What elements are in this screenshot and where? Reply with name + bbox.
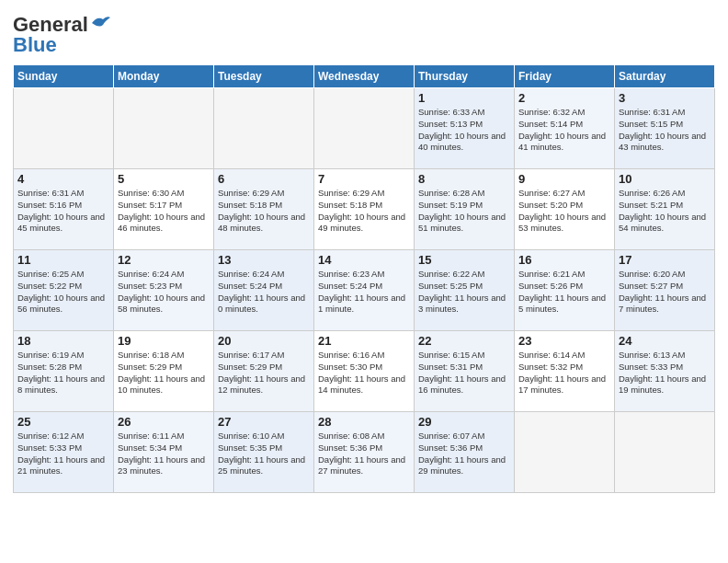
day-info: Sunrise: 6:20 AM Sunset: 5:27 PM Dayligh… [619,269,711,316]
calendar-cell [314,88,415,169]
day-info: Sunrise: 6:10 AM Sunset: 5:35 PM Dayligh… [218,431,310,477]
day-info: Sunrise: 6:25 AM Sunset: 5:22 PM Dayligh… [17,269,109,316]
calendar-cell: 26Sunrise: 6:11 AM Sunset: 5:34 PM Dayli… [114,412,214,493]
day-info: Sunrise: 6:33 AM Sunset: 5:13 PM Dayligh… [418,107,510,154]
day-info: Sunrise: 6:29 AM Sunset: 5:18 PM Dayligh… [318,188,410,235]
day-number: 13 [218,253,310,267]
day-info: Sunrise: 6:19 AM Sunset: 5:28 PM Dayligh… [17,350,109,396]
day-number: 24 [619,334,711,348]
calendar-cell: 8Sunrise: 6:28 AM Sunset: 5:19 PM Daylig… [415,169,515,250]
day-info: Sunrise: 6:08 AM Sunset: 5:36 PM Dayligh… [318,431,410,477]
calendar-cell: 20Sunrise: 6:17 AM Sunset: 5:29 PM Dayli… [214,331,314,412]
calendar-cell: 25Sunrise: 6:12 AM Sunset: 5:33 PM Dayli… [14,412,114,493]
day-info: Sunrise: 6:32 AM Sunset: 5:14 PM Dayligh… [518,107,610,154]
weekday-header-saturday: Saturday [615,65,715,88]
day-info: Sunrise: 6:13 AM Sunset: 5:33 PM Dayligh… [619,350,711,396]
day-number: 18 [17,334,109,348]
day-info: Sunrise: 6:30 AM Sunset: 5:17 PM Dayligh… [118,188,210,235]
logo-blue: Blue [13,33,57,57]
day-info: Sunrise: 6:28 AM Sunset: 5:19 PM Dayligh… [418,188,510,235]
calendar-week-row: 18Sunrise: 6:19 AM Sunset: 5:28 PM Dayli… [14,331,715,412]
day-info: Sunrise: 6:07 AM Sunset: 5:36 PM Dayligh… [418,431,510,477]
calendar-cell: 3Sunrise: 6:31 AM Sunset: 5:15 PM Daylig… [615,88,715,169]
day-number: 6 [218,172,310,186]
day-number: 4 [17,172,109,186]
day-number: 10 [619,172,711,186]
logo-bird-icon [90,14,110,30]
day-info: Sunrise: 6:26 AM Sunset: 5:21 PM Dayligh… [619,188,711,235]
calendar-week-row: 11Sunrise: 6:25 AM Sunset: 5:22 PM Dayli… [14,250,715,331]
calendar-cell [615,412,715,493]
weekday-header-friday: Friday [515,65,615,88]
calendar-week-row: 25Sunrise: 6:12 AM Sunset: 5:33 PM Dayli… [14,412,715,493]
day-number: 12 [118,253,210,267]
day-info: Sunrise: 6:24 AM Sunset: 5:23 PM Dayligh… [118,269,210,316]
day-info: Sunrise: 6:24 AM Sunset: 5:24 PM Dayligh… [218,269,310,316]
day-number: 20 [218,334,310,348]
calendar-cell [214,88,314,169]
calendar-cell: 5Sunrise: 6:30 AM Sunset: 5:17 PM Daylig… [114,169,214,250]
calendar-cell [114,88,214,169]
calendar-cell: 27Sunrise: 6:10 AM Sunset: 5:35 PM Dayli… [214,412,314,493]
calendar-cell [14,88,114,169]
day-number: 8 [418,172,510,186]
calendar-container: General Blue SundayMondayTuesdayWednesda… [0,0,728,502]
day-info: Sunrise: 6:31 AM Sunset: 5:15 PM Dayligh… [619,107,711,154]
day-info: Sunrise: 6:22 AM Sunset: 5:25 PM Dayligh… [418,269,510,316]
calendar-week-row: 1Sunrise: 6:33 AM Sunset: 5:13 PM Daylig… [14,88,715,169]
calendar-cell [515,412,615,493]
day-info: Sunrise: 6:11 AM Sunset: 5:34 PM Dayligh… [118,431,210,477]
day-number: 16 [518,253,610,267]
day-number: 17 [619,253,711,267]
weekday-header-wednesday: Wednesday [314,65,415,88]
weekday-header-monday: Monday [114,65,214,88]
calendar-cell: 15Sunrise: 6:22 AM Sunset: 5:25 PM Dayli… [415,250,515,331]
calendar-cell: 12Sunrise: 6:24 AM Sunset: 5:23 PM Dayli… [114,250,214,331]
calendar-week-row: 4Sunrise: 6:31 AM Sunset: 5:16 PM Daylig… [14,169,715,250]
weekday-header-tuesday: Tuesday [214,65,314,88]
calendar-cell: 10Sunrise: 6:26 AM Sunset: 5:21 PM Dayli… [615,169,715,250]
day-number: 5 [118,172,210,186]
calendar-cell: 24Sunrise: 6:13 AM Sunset: 5:33 PM Dayli… [615,331,715,412]
calendar-cell: 13Sunrise: 6:24 AM Sunset: 5:24 PM Dayli… [214,250,314,331]
day-number: 26 [118,415,210,429]
calendar-cell: 21Sunrise: 6:16 AM Sunset: 5:30 PM Dayli… [314,331,415,412]
day-info: Sunrise: 6:31 AM Sunset: 5:16 PM Dayligh… [17,188,109,235]
day-number: 7 [318,172,410,186]
weekday-header-thursday: Thursday [415,65,515,88]
day-number: 11 [17,253,109,267]
day-info: Sunrise: 6:27 AM Sunset: 5:20 PM Dayligh… [518,188,610,235]
day-number: 25 [17,415,109,429]
calendar-cell: 1Sunrise: 6:33 AM Sunset: 5:13 PM Daylig… [415,88,515,169]
day-number: 14 [318,253,410,267]
calendar-table: SundayMondayTuesdayWednesdayThursdayFrid… [13,64,715,493]
calendar-cell: 16Sunrise: 6:21 AM Sunset: 5:26 PM Dayli… [515,250,615,331]
day-number: 9 [518,172,610,186]
day-number: 27 [218,415,310,429]
day-info: Sunrise: 6:15 AM Sunset: 5:31 PM Dayligh… [418,350,510,396]
day-number: 3 [619,91,711,105]
calendar-cell: 29Sunrise: 6:07 AM Sunset: 5:36 PM Dayli… [415,412,515,493]
day-info: Sunrise: 6:23 AM Sunset: 5:24 PM Dayligh… [318,269,410,316]
day-number: 23 [518,334,610,348]
calendar-cell: 19Sunrise: 6:18 AM Sunset: 5:29 PM Dayli… [114,331,214,412]
weekday-header-sunday: Sunday [14,65,114,88]
day-info: Sunrise: 6:14 AM Sunset: 5:32 PM Dayligh… [518,350,610,396]
calendar-cell: 11Sunrise: 6:25 AM Sunset: 5:22 PM Dayli… [14,250,114,331]
day-info: Sunrise: 6:21 AM Sunset: 5:26 PM Dayligh… [518,269,610,316]
calendar-cell: 7Sunrise: 6:29 AM Sunset: 5:18 PM Daylig… [314,169,415,250]
calendar-cell: 6Sunrise: 6:29 AM Sunset: 5:18 PM Daylig… [214,169,314,250]
calendar-header-row: SundayMondayTuesdayWednesdayThursdayFrid… [14,65,715,88]
calendar-cell: 9Sunrise: 6:27 AM Sunset: 5:20 PM Daylig… [515,169,615,250]
day-number: 21 [318,334,410,348]
day-info: Sunrise: 6:29 AM Sunset: 5:18 PM Dayligh… [218,188,310,235]
calendar-cell: 2Sunrise: 6:32 AM Sunset: 5:14 PM Daylig… [515,88,615,169]
calendar-cell: 23Sunrise: 6:14 AM Sunset: 5:32 PM Dayli… [515,331,615,412]
day-number: 28 [318,415,410,429]
day-info: Sunrise: 6:18 AM Sunset: 5:29 PM Dayligh… [118,350,210,396]
logo: General Blue [13,13,110,57]
day-info: Sunrise: 6:12 AM Sunset: 5:33 PM Dayligh… [17,431,109,477]
calendar-cell: 28Sunrise: 6:08 AM Sunset: 5:36 PM Dayli… [314,412,415,493]
day-number: 22 [418,334,510,348]
calendar-body: 1Sunrise: 6:33 AM Sunset: 5:13 PM Daylig… [14,88,715,493]
